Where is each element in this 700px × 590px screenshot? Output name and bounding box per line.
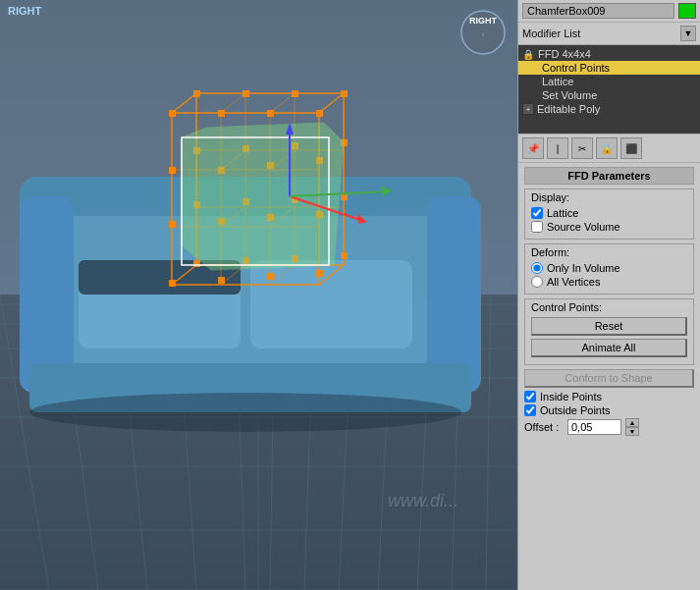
source-volume-checkbox[interactable] (531, 221, 543, 233)
set-volume-label: Set Volume (542, 89, 597, 101)
ffd-params-section: FFD Parameters Display: Lattice Source V… (518, 163, 700, 440)
svg-rect-44 (193, 90, 200, 97)
viewport-label: RIGHT (8, 5, 41, 17)
outside-points-checkbox[interactable] (524, 404, 536, 416)
modifier-list-label: Modifier List (522, 27, 580, 39)
lattice-checkbox-row: Lattice (531, 207, 687, 219)
offset-up-button[interactable]: ▲ (625, 418, 639, 427)
object-name-field[interactable]: ChamferBox009 (522, 3, 674, 19)
outside-points-row: Outside Points (524, 404, 694, 416)
offset-spinner: ▲ ▼ (625, 418, 639, 436)
viewport-panel: RIGHT RIGHT ↑ www.di... (0, 0, 517, 590)
modifier-dropdown[interactable]: ▼ (680, 26, 696, 41)
svg-rect-43 (316, 110, 323, 117)
display-group-title: Display: (531, 191, 687, 203)
tree-item-lattice[interactable]: Lattice (518, 75, 700, 88)
svg-rect-46 (292, 90, 298, 97)
toolbar-btn-4[interactable]: 🔒 (596, 137, 618, 159)
reset-button[interactable]: Reset (531, 317, 687, 336)
svg-rect-40 (169, 110, 176, 117)
offset-label: Offset : (524, 421, 564, 433)
tree-item-editable-poly[interactable]: + Editable Poly (518, 102, 700, 116)
nav-compass[interactable]: RIGHT ↑ (458, 8, 508, 57)
ffd-params-title: FFD Parameters (524, 167, 694, 185)
lattice-checkbox[interactable] (531, 207, 543, 219)
all-vertices-row: All Vertices (531, 276, 687, 288)
offset-row: Offset : ▲ ▼ (524, 418, 694, 436)
inside-points-row: Inside Points (524, 391, 694, 402)
svg-rect-30 (250, 260, 412, 349)
inside-points-checkbox[interactable] (524, 391, 536, 402)
expand-icon: + (522, 103, 534, 115)
only-in-volume-radio[interactable] (531, 262, 543, 274)
scrollable-panel: FFD Parameters Display: Lattice Source V… (518, 163, 700, 590)
right-panel: ChamferBox009 Modifier List ▼ 🔒 FFD 4x4x… (517, 0, 700, 590)
source-volume-label: Source Volume (547, 221, 620, 233)
ffd-label: FFD 4x4x4 (538, 48, 591, 60)
editable-poly-label: Editable Poly (537, 103, 600, 115)
svg-rect-68 (193, 260, 200, 267)
toolbar-btn-5[interactable]: ⬛ (620, 137, 642, 159)
object-name-bar: ChamferBox009 (518, 0, 700, 23)
deform-group-title: Deform: (531, 246, 687, 258)
modifier-list-header: Modifier List ▼ (518, 23, 700, 45)
watermark: www.di... (388, 491, 458, 511)
control-points-group: Control Points: Reset Animate All (524, 298, 694, 365)
source-volume-checkbox-row: Source Volume (531, 221, 687, 233)
lattice-checkbox-label: Lattice (547, 207, 578, 219)
all-vertices-radio[interactable] (531, 276, 543, 288)
svg-rect-67 (316, 270, 323, 277)
animate-all-button[interactable]: Animate All (531, 339, 687, 357)
only-in-volume-row: Only In Volume (531, 262, 687, 274)
svg-rect-71 (341, 252, 348, 259)
svg-rect-47 (341, 90, 348, 97)
svg-text:↑: ↑ (481, 31, 485, 38)
svg-rect-45 (242, 90, 249, 97)
svg-point-33 (29, 393, 461, 432)
control-points-label: Control Points (542, 62, 610, 74)
lock-icon: 🔒 (522, 49, 534, 60)
toolbar-btn-3[interactable]: ✂ (571, 137, 593, 159)
toolbar-row: 📌 | ✂ 🔒 ⬛ (518, 134, 700, 163)
modifier-tree: 🔒 FFD 4x4x4 Control Points Lattice Set V… (518, 45, 700, 134)
tree-item-set-volume[interactable]: Set Volume (518, 88, 700, 102)
svg-rect-64 (169, 280, 176, 287)
svg-rect-66 (267, 273, 274, 280)
deform-group: Deform: Only In Volume All Vertices (524, 243, 694, 295)
offset-down-button[interactable]: ▼ (625, 427, 639, 436)
lattice-label: Lattice (542, 76, 573, 87)
control-points-group-title: Control Points: (531, 301, 687, 313)
outside-points-label: Outside Points (540, 404, 611, 416)
svg-rect-48 (169, 167, 176, 174)
svg-marker-88 (182, 123, 344, 270)
tree-item-control-points[interactable]: Control Points (518, 61, 700, 75)
svg-text:RIGHT: RIGHT (469, 16, 498, 26)
display-group: Display: Lattice Source Volume (524, 188, 694, 240)
toolbar-btn-2[interactable]: | (547, 137, 568, 159)
inside-points-label: Inside Points (540, 391, 602, 402)
only-in-volume-label: Only In Volume (547, 262, 620, 274)
offset-input[interactable] (567, 419, 621, 435)
toolbar-btn-1[interactable]: 📌 (522, 137, 544, 159)
all-vertices-label: All Vertices (547, 276, 600, 288)
conform-to-shape-button: Conform to Shape (524, 369, 694, 388)
tree-item-ffd[interactable]: 🔒 FFD 4x4x4 (518, 47, 700, 61)
object-color-swatch[interactable] (678, 3, 696, 19)
